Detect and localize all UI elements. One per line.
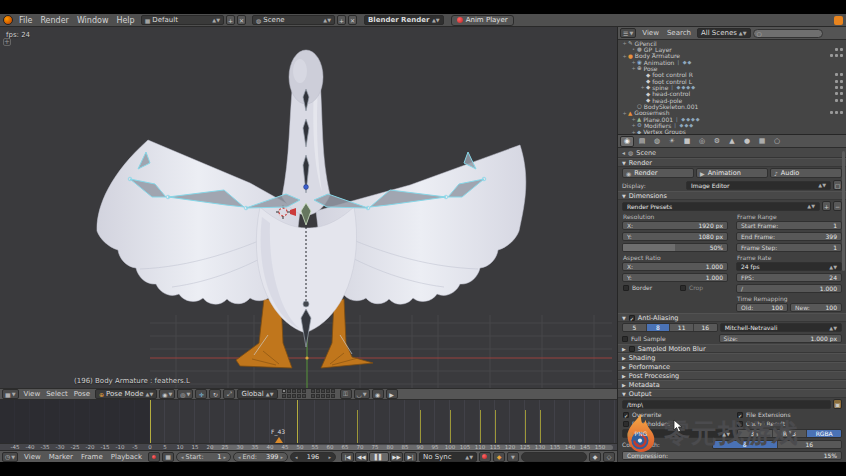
orientation-dropdown[interactable]: Global ▲▼ [237, 389, 277, 399]
outliner-editor[interactable]: ☰▼ ViewSearch All Scenes▲▼ ○ +✎GPencil•●… [618, 27, 846, 135]
outliner-menu-view[interactable]: View [638, 29, 663, 37]
crop-checkbox[interactable]: Crop [675, 283, 732, 292]
menu-file[interactable]: File [15, 16, 36, 25]
keyframe-line[interactable] [297, 400, 298, 443]
properties-tab-modifiers[interactable]: ⚙ [710, 136, 724, 147]
aa-sample-11[interactable]: 11 [670, 324, 694, 331]
viewport-menu-pose[interactable]: Pose [71, 390, 93, 398]
screen-layout-dropdown[interactable]: ▦ Default ▲▼ [141, 15, 224, 25]
keying-set-field[interactable] [521, 452, 587, 462]
layer-toggle[interactable] [302, 389, 306, 393]
expander-icon[interactable]: + [630, 65, 637, 71]
layer-toggle[interactable] [331, 389, 335, 393]
expander-icon[interactable]: + [630, 59, 637, 65]
inline-icons[interactable]: | ◆◆◆◆ [676, 116, 701, 122]
timeline-menu-view[interactable]: View [20, 453, 45, 461]
fps-base-field[interactable]: /1.000 [736, 284, 842, 293]
manipulator-translate-button[interactable]: ✛ [195, 389, 207, 399]
layer-toggle[interactable] [316, 389, 320, 393]
keyframe-line[interactable] [525, 410, 526, 443]
properties-tab-texture[interactable]: ▦ [755, 136, 769, 147]
file-extensions-checkbox[interactable]: ✓File Extensions [732, 410, 846, 419]
aa-sample-16[interactable]: 16 [694, 324, 717, 331]
keyframe-line[interactable] [150, 400, 151, 443]
layer-toggle[interactable] [321, 394, 325, 398]
jump-to-end-button[interactable]: ▶| [404, 452, 417, 462]
color-depth-segment[interactable]: 816 [712, 440, 842, 449]
full-sample-checkbox[interactable]: Full Sample [622, 335, 717, 342]
render-audio-button[interactable]: ♪Audio [770, 168, 842, 178]
manipulator-rotate-button[interactable]: ↻ [209, 389, 221, 399]
close-layout-button[interactable]: ✕ [237, 15, 246, 25]
render-opengl-button[interactable]: ◉ [372, 389, 384, 399]
depth-16[interactable]: 16 [778, 441, 842, 448]
keyframe-line[interactable] [450, 410, 451, 443]
timeline-menu-frame[interactable]: Frame [77, 453, 107, 461]
prev-keyframe-button[interactable]: ◀◀ [355, 452, 368, 462]
remap-old-field[interactable]: Old:100 [736, 303, 788, 312]
menu-window[interactable]: Window [73, 16, 113, 25]
properties-tab-render-layers[interactable]: ▤ [635, 136, 649, 147]
outliner-row[interactable]: +◆Vertex Groups [618, 129, 846, 135]
output-path-field[interactable]: /tmp\ [622, 400, 831, 409]
aa-sample-8[interactable]: 8 [647, 324, 671, 331]
layer-toggle[interactable] [311, 394, 315, 398]
menu-help[interactable]: Help [112, 16, 138, 25]
preset-add-button[interactable]: + [822, 201, 831, 211]
aa-filter-dropdown[interactable]: Mitchell-Netravali▲▼ [720, 323, 842, 332]
layer-toggle[interactable] [297, 394, 301, 398]
inline-icons[interactable]: | ◆◆ [677, 59, 692, 65]
frame-rate-preset-dropdown[interactable]: 24 fps▲▼ [736, 262, 842, 271]
depth-8[interactable]: 8 [713, 441, 778, 448]
layer-toggle[interactable] [326, 394, 330, 398]
visibility-toggles[interactable] [835, 99, 843, 102]
jump-to-start-button[interactable]: |◀ [341, 452, 354, 462]
aa-size-field[interactable]: Size:1.000 px [719, 334, 842, 343]
properties-editor[interactable]: ◉▤◍☀■◎⚙▲●▦○ ◂ ◍ Scene ▼ Render ◉Render ▶… [618, 135, 846, 461]
record-button[interactable] [479, 452, 491, 462]
layers-widget[interactable] [282, 389, 336, 399]
layer-toggle[interactable] [311, 389, 315, 393]
delete-keyframe-button[interactable]: ◇ [603, 452, 615, 462]
outliner-menu-search[interactable]: Search [663, 29, 695, 37]
add-layout-button[interactable]: + [226, 15, 235, 25]
render-opengl-anim-button[interactable]: ▶ [386, 389, 398, 399]
timeline-menu-playback[interactable]: Playback [107, 453, 146, 461]
panel-header-render[interactable]: ▼ Render [618, 158, 846, 167]
folder-icon[interactable]: ▣ [833, 399, 842, 409]
resolution-x-field[interactable]: X:1920 px [622, 221, 728, 230]
expander-icon[interactable]: + [630, 122, 637, 128]
display-mode-dropdown[interactable]: Image Editor▲▼ [686, 181, 831, 190]
autokey-mode-button[interactable]: ▦ [162, 452, 174, 462]
layer-toggle[interactable] [326, 389, 330, 393]
toolshelf-expand-button[interactable]: + [3, 38, 11, 46]
blender-logo-icon[interactable] [3, 15, 13, 25]
panel-checkbox[interactable] [629, 346, 635, 352]
visibility-toggles[interactable] [835, 80, 843, 83]
outliner-display-dropdown[interactable]: All Scenes▲▼ [697, 28, 751, 38]
close-scene-button[interactable]: ✕ [348, 15, 357, 25]
keying-set-icon[interactable]: ◆ [493, 452, 505, 462]
pivot-dropdown[interactable]: ◎▼ [177, 389, 193, 399]
render-presets-dropdown[interactable]: Render Presets▲▼ [622, 202, 820, 211]
insert-keyframe-button[interactable]: ◆ [589, 452, 601, 462]
properties-tab-material[interactable]: ● [740, 136, 754, 147]
aa-samples-segment[interactable]: 581116 [622, 323, 718, 332]
keyframe-line[interactable] [480, 410, 481, 443]
properties-tab-object-data[interactable]: ▲ [725, 136, 739, 147]
visibility-toggles[interactable] [835, 73, 843, 76]
back-icon[interactable]: ◂ [622, 149, 625, 156]
properties-tab-constraints[interactable]: ◎ [695, 136, 709, 147]
display-extra-button[interactable]: ▢ [833, 180, 842, 190]
expander-icon[interactable]: + [621, 53, 628, 59]
scene-dropdown[interactable]: ◍ Scene ▲▼ [252, 15, 335, 25]
visibility-toggles[interactable] [835, 92, 843, 95]
visibility-toggles[interactable] [830, 111, 843, 114]
frame-step-field[interactable]: Frame Step:1 [736, 243, 842, 252]
properties-tab-scene[interactable]: ◍ [650, 136, 664, 147]
expander-icon[interactable]: + [621, 40, 628, 46]
remap-new-field[interactable]: New:100 [790, 303, 842, 312]
end-frame-field[interactable]: End Frame:399 [736, 232, 842, 241]
layer-toggle[interactable] [282, 394, 286, 398]
expander-icon[interactable]: + [630, 129, 637, 135]
